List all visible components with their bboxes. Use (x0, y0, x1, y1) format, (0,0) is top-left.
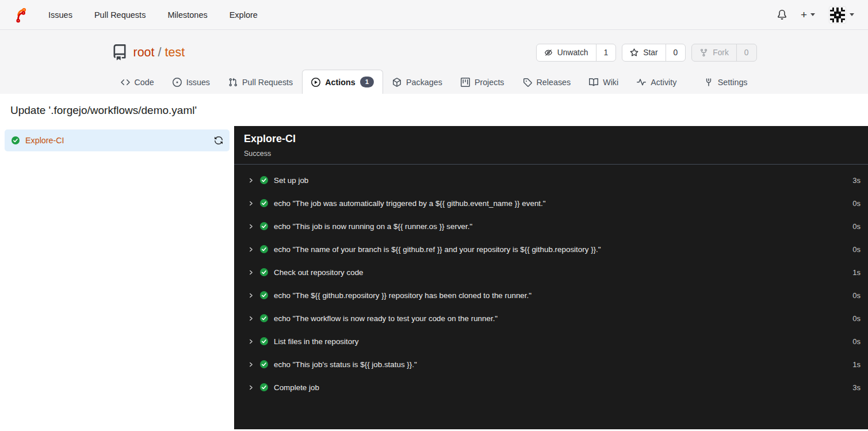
step-duration: 3s (852, 383, 861, 392)
step-row[interactable]: echo "This job's status is ${{ job.statu… (234, 353, 868, 376)
tab-label: Wiki (603, 78, 618, 87)
check-circle-icon (259, 245, 269, 254)
unwatch-button[interactable]: Unwatch1 (536, 44, 616, 62)
repo-action-buttons: Unwatch1Star0Fork0 (536, 44, 757, 62)
step-duration: 1s (852, 268, 861, 277)
step-row[interactable]: echo "This job is now running on a ${{ r… (234, 215, 868, 238)
step-row[interactable]: Set up job3s (234, 169, 868, 192)
repo-path-separator: / (158, 45, 162, 60)
check-circle-icon (259, 176, 269, 185)
step-name: List files in the repository (274, 337, 358, 346)
repo-owner-link[interactable]: root (133, 45, 155, 60)
repo-title-row: root / test Unwatch1Star0Fork0 (112, 40, 757, 64)
job-item-explore-ci[interactable]: Explore-CI (5, 129, 230, 151)
check-circle-icon (259, 199, 269, 208)
chevron-right-icon[interactable] (248, 384, 254, 391)
tab-code[interactable]: Code (112, 70, 163, 94)
star-label-area[interactable]: Star (622, 44, 665, 61)
step-duration: 0s (852, 199, 861, 208)
job-title: Explore-CI (244, 133, 858, 145)
job-name: Explore-CI (25, 136, 64, 145)
step-name: echo "The ${{ github.repository }} repos… (274, 291, 531, 300)
chevron-right-icon[interactable] (248, 361, 254, 368)
chevron-right-icon[interactable] (248, 223, 254, 230)
chevron-right-icon[interactable] (248, 292, 254, 299)
create-new-button[interactable]: + (801, 9, 815, 20)
step-name: echo "The workflow is now ready to test … (274, 314, 498, 323)
step-row[interactable]: Complete job3s (234, 376, 868, 399)
check-circle-icon (259, 268, 269, 277)
avatar (829, 6, 846, 24)
tab-packages[interactable]: Packages (383, 70, 452, 94)
pulse-icon (637, 78, 646, 87)
navbar-link-pull-requests[interactable]: Pull Requests (83, 0, 156, 29)
step-row[interactable]: echo "The name of your branch is ${{ git… (234, 238, 868, 261)
navbar-right: + (777, 6, 859, 24)
navbar-link-milestones[interactable]: Milestones (156, 0, 218, 29)
tab-actions[interactable]: Actions1 (302, 70, 383, 94)
eye-slash-icon (544, 48, 553, 57)
chevron-right-icon[interactable] (248, 338, 254, 345)
wrench-icon (704, 78, 713, 87)
forgejo-logo[interactable] (12, 6, 29, 24)
chevron-right-icon[interactable] (248, 177, 254, 184)
check-circle-icon (259, 314, 269, 323)
tab-label: Issues (186, 78, 210, 87)
chevron-right-icon[interactable] (248, 315, 254, 322)
chevron-right-icon[interactable] (248, 269, 254, 276)
unwatch-label-area[interactable]: Unwatch (537, 44, 596, 61)
plus-icon: + (801, 9, 807, 20)
navbar-link-issues[interactable]: Issues (37, 0, 83, 29)
step-row[interactable]: List files in the repository0s (234, 330, 868, 353)
step-name: echo "This job is now running on a ${{ r… (274, 222, 472, 231)
job-log-panel: Explore-CI Success Set up job3secho "The… (234, 126, 868, 429)
chevron-right-icon[interactable] (248, 200, 254, 207)
check-circle-icon (11, 136, 20, 145)
book-icon (589, 78, 598, 87)
tab-releases[interactable]: Releases (514, 70, 580, 94)
pull-request-icon (228, 78, 238, 87)
tab-label: Projects (475, 78, 504, 87)
star-icon (630, 48, 638, 57)
top-navbar: IssuesPull RequestsMilestonesExplore + (0, 0, 868, 30)
step-duration: 0s (852, 337, 861, 346)
tab-issues[interactable]: Issues (163, 70, 219, 94)
notifications-button[interactable] (777, 10, 787, 20)
step-row[interactable]: Check out repository code1s (234, 261, 868, 284)
play-circle-icon (311, 78, 320, 87)
repo-tabs: CodeIssuesPull RequestsActions1PackagesP… (112, 70, 757, 94)
tab-wiki[interactable]: Wiki (580, 70, 628, 94)
check-circle-icon (259, 383, 269, 392)
step-row[interactable]: echo "The workflow is now ready to test … (234, 307, 868, 330)
repo-icon (112, 44, 128, 60)
navbar-links: IssuesPull RequestsMilestonesExplore (37, 0, 269, 29)
star-button[interactable]: Star0 (622, 44, 686, 62)
unwatch-count[interactable]: 1 (596, 44, 616, 61)
project-icon (461, 78, 470, 87)
step-row[interactable]: echo "The ${{ github.repository }} repos… (234, 284, 868, 307)
rerun-job-button[interactable] (214, 136, 223, 145)
run-commit-title: Update '.forgejo/workflows/demo.yaml' (0, 94, 868, 126)
user-menu-button[interactable] (829, 6, 854, 24)
navbar-link-explore[interactable]: Explore (219, 0, 269, 29)
check-circle-icon (259, 291, 269, 300)
tab-label: Pull Requests (242, 78, 293, 87)
check-circle-icon (259, 337, 269, 346)
repo-name-link[interactable]: test (165, 45, 185, 60)
check-circle-icon (259, 222, 269, 231)
fork-icon (699, 48, 708, 57)
unwatch-label: Unwatch (557, 48, 588, 57)
star-count[interactable]: 0 (666, 44, 686, 61)
tab-pull-requests[interactable]: Pull Requests (219, 70, 302, 94)
tab-settings[interactable]: Settings (695, 70, 757, 94)
tab-projects[interactable]: Projects (452, 70, 514, 94)
chevron-right-icon[interactable] (248, 246, 254, 253)
tab-label: Code (135, 78, 154, 87)
step-duration: 0s (852, 222, 861, 231)
step-name: Complete job (274, 383, 319, 392)
step-duration: 3s (852, 176, 861, 185)
star-label: Star (643, 48, 657, 57)
fork-label-area: Fork (692, 44, 736, 61)
step-row[interactable]: echo "The job was automatically triggere… (234, 192, 868, 215)
tab-activity[interactable]: Activity (628, 70, 686, 94)
